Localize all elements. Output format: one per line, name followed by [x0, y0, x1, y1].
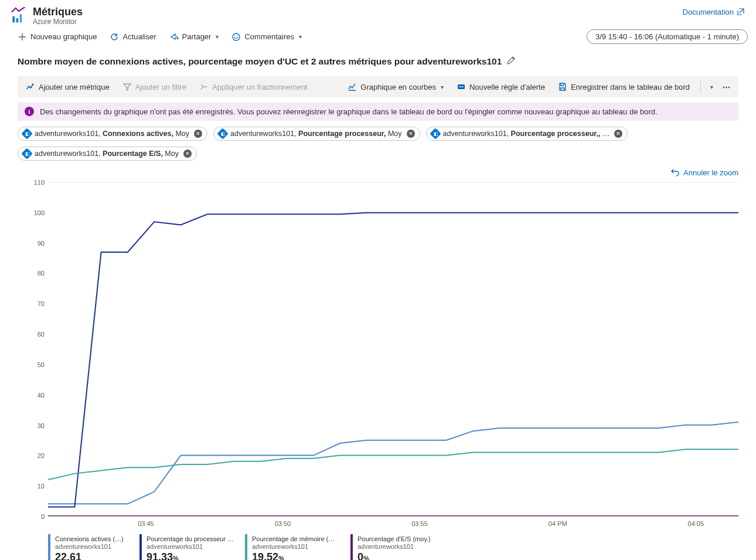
page-subtitle: Azure Monitor: [33, 18, 83, 26]
y-axis: 0102030405060708090100110: [18, 182, 48, 517]
refresh-button[interactable]: Actualiser: [106, 30, 159, 44]
remove-metric-icon[interactable]: ✕: [614, 130, 622, 138]
split-icon: [199, 82, 209, 91]
resource-icon: ◧: [21, 128, 33, 140]
metric-pill[interactable]: ◧adventureworks101, Pourcentage processe…: [213, 127, 420, 141]
chart-type-dropdown[interactable]: Graphique en courbes ▾: [343, 79, 448, 95]
more-options-button[interactable]: ⋯: [719, 80, 735, 94]
remove-metric-icon[interactable]: ✕: [407, 130, 415, 138]
edit-title-button[interactable]: [506, 56, 516, 67]
add-metric-button[interactable]: Ajouter une métrique: [21, 79, 114, 95]
page-title: Métriques: [33, 6, 83, 18]
notification-banner: i Des changements du graphique n'ont pas…: [18, 102, 738, 121]
legend-item[interactable]: Pourcentage de mémoire (Moy.)adventurewo…: [245, 534, 347, 560]
share-button[interactable]: Partager ▾: [166, 30, 223, 44]
x-axis: 03:4503:5003:5504 PM04:05: [18, 517, 738, 527]
documentation-link[interactable]: Documentation: [683, 6, 745, 16]
legend-item[interactable]: Connexions actives (…)adventureworks1012…: [48, 534, 136, 560]
svg-point-4: [32, 84, 34, 86]
svg-rect-2: [20, 14, 22, 22]
save-dashboard-button[interactable]: Enregistrer dans le tableau de bord: [553, 79, 694, 95]
metrics-icon: [11, 7, 27, 23]
feedback-button[interactable]: Commentaires ▾: [228, 30, 305, 44]
alert-icon: [457, 82, 466, 91]
chart-toolbar: Ajouter une métrique Ajouter un filtre A…: [18, 76, 738, 97]
apply-split-button: Appliquer un fractionnement: [195, 79, 312, 95]
series-line: [48, 422, 738, 504]
metric-pill[interactable]: ◧adventureworks101, Pourcentage processe…: [426, 127, 628, 141]
info-icon: i: [25, 107, 34, 116]
resource-icon: ◧: [217, 128, 229, 140]
legend-item[interactable]: Pourcentage d'E/S (moy.)adventureworks10…: [350, 534, 438, 560]
filter-icon: [122, 82, 132, 91]
metric-pill[interactable]: ◧adventureworks101, Pourcentage E/S, Moy…: [18, 147, 197, 161]
svg-point-3: [233, 33, 240, 40]
share-icon: [169, 32, 179, 42]
chart-plot[interactable]: [48, 182, 738, 517]
external-link-icon: [736, 7, 745, 16]
plus-icon: [18, 32, 27, 42]
metric-pills: ◧adventureworks101, Connexions actives, …: [18, 127, 738, 161]
save-dashboard-dropdown[interactable]: ▾: [707, 80, 716, 94]
cancel-zoom-link[interactable]: Annuler le zoom: [670, 168, 738, 177]
remove-metric-icon[interactable]: ✕: [183, 150, 192, 158]
chevron-down-icon: ▾: [216, 33, 219, 40]
save-icon: [558, 82, 567, 91]
series-line: [48, 449, 738, 480]
undo-icon: [670, 168, 680, 177]
svg-rect-0: [13, 16, 15, 23]
resource-icon: ◧: [21, 148, 33, 159]
add-filter-button: Ajouter un filtre: [118, 79, 191, 95]
new-alert-button[interactable]: Nouvelle règle d'alerte: [452, 79, 550, 95]
chevron-down-icon: ▾: [299, 33, 302, 40]
notification-text: Des changements du graphique n'ont pas é…: [40, 107, 658, 116]
legend: Connexions actives (…)adventureworks1012…: [18, 527, 738, 560]
resource-icon: ◧: [430, 128, 441, 140]
new-chart-button[interactable]: Nouveau graphique: [14, 30, 100, 44]
refresh-icon: [110, 32, 119, 42]
metric-pill[interactable]: ◧adventureworks101, Connexions actives, …: [18, 127, 207, 141]
chart-title: Nombre moyen de connexions actives, pour…: [18, 56, 502, 67]
pencil-icon: [506, 56, 516, 65]
add-metric-icon: [26, 82, 35, 91]
chevron-down-icon: ▾: [441, 84, 444, 90]
svg-rect-1: [16, 18, 19, 22]
legend-item[interactable]: Pourcentage du processeur (Moy.)adventur…: [139, 534, 241, 560]
line-chart-icon: [348, 82, 357, 91]
time-range-picker[interactable]: 3/9 15:40 - 16:06 (Automatique - 1 minut…: [587, 29, 748, 44]
svg-point-5: [30, 87, 32, 89]
smiley-icon: [231, 32, 241, 42]
remove-metric-icon[interactable]: ✕: [194, 130, 202, 138]
chevron-down-icon: ▾: [710, 84, 713, 90]
series-line: [48, 213, 738, 507]
